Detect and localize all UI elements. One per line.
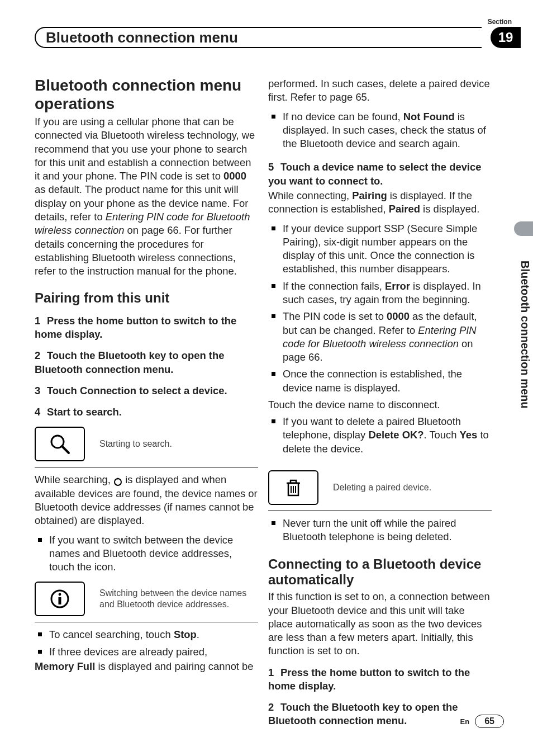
footer-lang: En	[460, 717, 470, 726]
svg-point-3	[117, 478, 118, 479]
section-label: Section	[488, 18, 512, 26]
svg-line-1	[62, 446, 69, 453]
step-1: 1Press the home button to switch to the …	[35, 314, 258, 342]
info-caption: Switching between the device names and B…	[99, 588, 258, 611]
auto-step-1: 1Press the home button to switch to the …	[268, 666, 492, 693]
never-bullet: Never turn the unit off while the paired…	[268, 517, 492, 544]
pairing-paragraph: While connecting, Pairing is displayed. …	[268, 189, 492, 216]
search-icon-row: Starting to search.	[35, 427, 258, 467]
right-column: performed. In such cases, delete a paire…	[268, 73, 492, 729]
memory-full-line: Memory Full is displayed and pairing can…	[35, 660, 258, 673]
side-tab: Bluetooth connection menu	[516, 239, 533, 429]
three-devices-bullet: If three devices are already paired,	[35, 645, 258, 659]
auto-paragraph: If this function is set to on, a connect…	[268, 590, 492, 658]
trash-icon-row: Deleting a paired device.	[268, 470, 492, 511]
section-number-badge: 19	[491, 27, 521, 48]
left-column: Bluetooth connection menu operations If …	[35, 73, 258, 679]
info-icon-row: Switching between the device names and B…	[35, 582, 258, 622]
heading-pairing: Pairing from this unit	[35, 290, 258, 306]
intro-paragraph: If you are using a cellular phone that c…	[35, 115, 258, 278]
header-title: Bluetooth connection menu	[35, 27, 482, 48]
touch-name-line: Touch the device name to disconnect.	[268, 398, 492, 412]
once-bullet: Once the connection is established, the …	[268, 367, 492, 395]
search-caption: Starting to search.	[99, 438, 172, 450]
delete-bullet: If you want to delete a paired Bluetooth…	[268, 415, 492, 456]
info-icon	[35, 582, 85, 616]
trash-caption: Deleting a paired device.	[333, 482, 431, 494]
cancel-bullet: To cancel searching, touch Stop.	[35, 628, 258, 641]
trash-icon	[268, 470, 318, 505]
side-arc-decoration	[514, 221, 533, 236]
step-4: 4Start to search.	[35, 405, 258, 419]
step-5: 5Touch a device name to select the devic…	[268, 160, 492, 188]
not-found-bullet: If no device can be found, Not Found is …	[268, 110, 492, 151]
page-header: Section Bluetooth connection menu 19	[0, 18, 533, 51]
search-icon	[35, 427, 85, 461]
svg-point-2	[115, 479, 121, 485]
svg-rect-6	[59, 597, 61, 604]
pin-bullet: The PIN code is set to 0000 as the defau…	[268, 310, 492, 364]
error-bullet: If the connection fails, Error is displa…	[268, 280, 492, 307]
spinner-icon	[113, 476, 122, 485]
step-3: 3Touch Connection to select a device.	[35, 384, 258, 398]
heading-main: Bluetooth connection menu operations	[35, 76, 258, 113]
auto-step-2: 2Touch the Bluetooth key to open the Blu…	[268, 701, 492, 728]
ssp-bullet: If your device support SSP (Secure Simpl…	[268, 222, 492, 276]
performed-paragraph: performed. In such cases, delete a paire…	[268, 77, 492, 105]
switch-bullet: If you want to switch between the device…	[35, 533, 258, 574]
searching-paragraph: While searching, is displayed and when a…	[35, 473, 258, 527]
svg-rect-9	[291, 480, 296, 483]
svg-point-5	[59, 593, 61, 596]
step-2: 2Touch the Bluetooth key to open the Blu…	[35, 349, 258, 376]
page-footer: En 65	[460, 715, 504, 728]
footer-page-number: 65	[475, 715, 504, 728]
heading-auto: Connecting to a Bluetooth device automat…	[268, 556, 492, 588]
